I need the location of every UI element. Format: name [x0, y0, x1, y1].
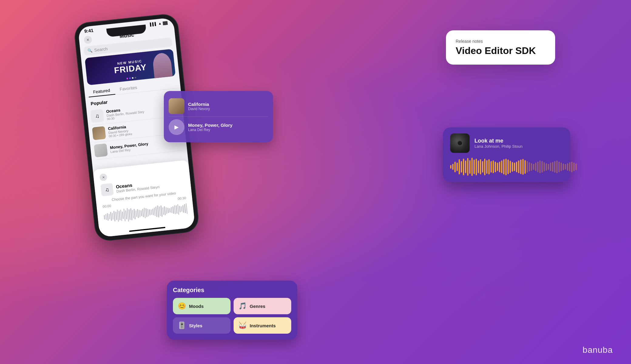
music-list-card: California David Nevory ▶ Money, Power, … — [164, 91, 273, 142]
release-label: Release notes — [456, 39, 545, 44]
category-styles[interactable]: 🎚️ Styles — [173, 317, 231, 334]
new-music-banner: NEW MUSIC FRIDAY — [85, 49, 176, 85]
time-start: 00:00 — [103, 204, 111, 208]
wifi-icon: ▲ — [158, 21, 162, 25]
player-icon: ♫ — [100, 183, 114, 196]
close-button[interactable]: ✕ — [84, 35, 93, 44]
search-icon: 🔍 — [87, 48, 93, 53]
now-playing-card: Look at me Lana Johnson, Philip Stoun — [443, 127, 570, 182]
styles-label: Styles — [189, 323, 202, 328]
np-waveform — [450, 158, 563, 176]
genres-label: Genres — [250, 304, 265, 309]
category-moods[interactable]: 😊 Moods — [173, 298, 231, 314]
tab-favorites[interactable]: Favorites — [114, 83, 142, 94]
music-thumb-1 — [169, 98, 184, 114]
np-info: Look at me Lana Johnson, Philip Stoun — [474, 138, 522, 149]
instruments-icon: 🥁 — [238, 322, 247, 329]
player-panel: ✕ ♫ Oceans Dash Berlin, Rowald Steyn Cho… — [93, 160, 195, 238]
moods-label: Moods — [189, 304, 204, 309]
music-list-item-2[interactable]: ▶ Money, Power, Glory Lana Del Rey — [169, 116, 268, 137]
moods-icon: 😊 — [178, 302, 186, 310]
categories-title: Categories — [173, 287, 291, 294]
player-info: Oceans Dash Berlin, Rowald Steyn — [116, 180, 160, 194]
release-notes-card: Release notes Video Editor SDK — [446, 30, 555, 65]
np-album-art — [450, 133, 470, 153]
music-info-2: Money, Power, Glory Lana Del Rey — [188, 123, 232, 132]
play-button[interactable]: ▶ — [169, 119, 184, 135]
search-placeholder: Search — [94, 46, 108, 53]
instruments-label: Instruments — [250, 323, 276, 328]
status-time: 9:41 — [84, 28, 94, 34]
track-thumb-2 — [92, 126, 106, 140]
styles-icon: 🎚️ — [178, 322, 186, 329]
categories-grid: 😊 Moods 🎵 Genres 🎚️ Styles 🥁 Instruments — [173, 298, 291, 334]
release-title: Video Editor SDK — [456, 46, 545, 56]
categories-card: Categories 😊 Moods 🎵 Genres 🎚️ Styles 🥁 … — [167, 281, 297, 340]
genres-icon: 🎵 — [238, 302, 247, 310]
category-genres[interactable]: 🎵 Genres — [234, 298, 291, 314]
category-instruments[interactable]: 🥁 Instruments — [234, 317, 291, 334]
track-thumb-3 — [94, 143, 108, 157]
np-title: Look at me — [474, 138, 522, 144]
np-header: Look at me Lana Johnson, Philip Stoun — [450, 133, 563, 153]
signal-icon: ▌▌▌ — [150, 22, 157, 26]
banner-figure — [152, 52, 173, 78]
track-thumb-1: ♫ — [90, 109, 104, 123]
music-name-2: Money, Power, Glory — [188, 123, 232, 128]
tab-featured[interactable]: Featured — [88, 86, 116, 97]
music-artist-1: David Nevory — [188, 107, 210, 111]
time-end: 00:30 — [177, 196, 186, 201]
banuba-logo: banuba — [583, 345, 613, 355]
music-name-1: California — [188, 102, 210, 107]
music-info-1: California David Nevory — [188, 102, 210, 111]
music-list-item-1[interactable]: California David Nevory — [169, 96, 268, 116]
battery-icon: ▓▓ — [163, 21, 168, 25]
np-album-inner — [457, 140, 463, 146]
music-artist-2: Lana Del Rey — [188, 128, 232, 132]
player-close-button[interactable]: ✕ — [99, 173, 107, 181]
np-artist: Lana Johnson, Philip Stoun — [474, 144, 522, 149]
